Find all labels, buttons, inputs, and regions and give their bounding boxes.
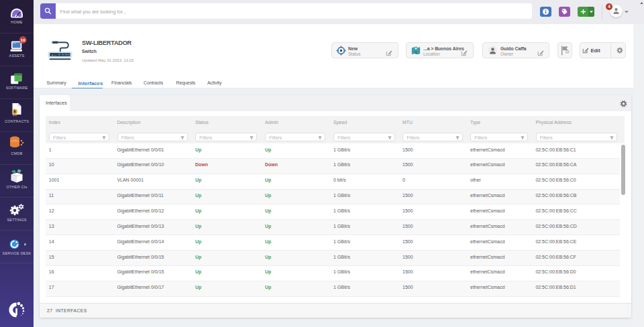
svg-text:10: 10 bbox=[21, 38, 25, 42]
